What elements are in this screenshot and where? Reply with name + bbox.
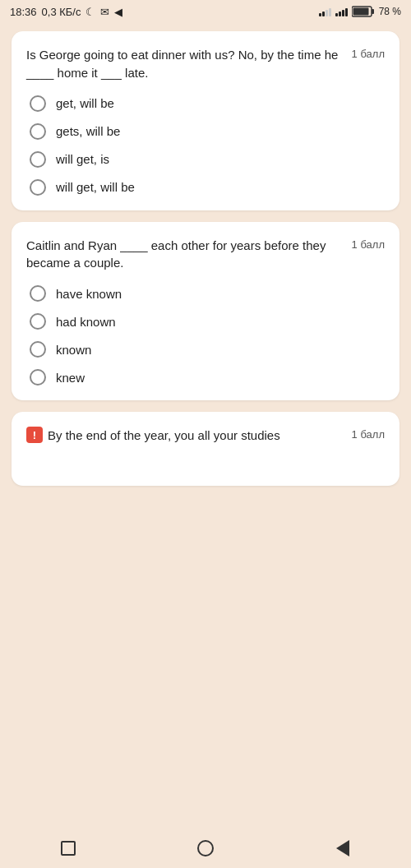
back-triangle-icon bbox=[336, 840, 349, 856]
moon-icon: ☾ bbox=[85, 6, 95, 18]
option-item-q1o1[interactable]: get, will be bbox=[30, 95, 385, 112]
radio-q2o4[interactable] bbox=[30, 369, 46, 386]
option-label-q2o3: known bbox=[56, 343, 91, 357]
radio-q1o2[interactable] bbox=[30, 123, 46, 140]
radio-q2o1[interactable] bbox=[30, 285, 46, 302]
flag-icon bbox=[26, 427, 43, 443]
radio-q2o2[interactable] bbox=[30, 313, 46, 330]
card-header-2: Caitlin and Ryan ____ each other for yea… bbox=[26, 237, 385, 273]
card-header-3: By the end of the year, you all your stu… bbox=[26, 427, 385, 445]
location-icon: ◀ bbox=[114, 6, 122, 18]
question-text-2: Caitlin and Ryan ____ each other for yea… bbox=[26, 237, 352, 273]
signal-bar bbox=[326, 10, 328, 16]
radio-q2o3[interactable] bbox=[30, 341, 46, 358]
radio-q1o4[interactable] bbox=[30, 179, 46, 196]
option-item-q2o2[interactable]: had known bbox=[30, 313, 385, 330]
message-icon: ✉ bbox=[100, 6, 109, 18]
question-card-2: Caitlin and Ryan ____ each other for yea… bbox=[12, 222, 399, 401]
option-label-q1o3: will get, is bbox=[56, 152, 109, 166]
signal-bar bbox=[322, 12, 325, 16]
option-item-q2o1[interactable]: have known bbox=[30, 285, 385, 302]
data-speed: 0,3 КБ/с bbox=[42, 6, 81, 18]
main-content: Is George going to eat dinner with us? N… bbox=[0, 23, 411, 494]
signal-bar bbox=[335, 13, 338, 16]
battery-icon bbox=[352, 6, 375, 17]
option-label-q1o1: get, will be bbox=[56, 96, 114, 110]
option-label-q1o4: will get, will be bbox=[56, 180, 135, 194]
circle-icon bbox=[197, 840, 214, 856]
time-display: 18:36 bbox=[10, 6, 37, 18]
svg-rect-1 bbox=[372, 9, 374, 14]
option-item-q1o4[interactable]: will get, will be bbox=[30, 179, 385, 196]
option-label-q2o1: have known bbox=[56, 287, 122, 301]
signal-bar bbox=[329, 8, 331, 16]
battery-percent: 78 % bbox=[379, 6, 401, 17]
nav-back-button[interactable] bbox=[331, 837, 354, 860]
score-badge-1: 1 балл bbox=[352, 48, 385, 60]
options-list-1: get, will be gets, will be will get, is … bbox=[26, 95, 385, 196]
signal-bars-2 bbox=[335, 7, 348, 16]
option-item-q1o3[interactable]: will get, is bbox=[30, 151, 385, 168]
card-header-1: Is George going to eat dinner with us? N… bbox=[26, 46, 385, 82]
square-icon bbox=[61, 841, 76, 856]
partial-card-inner: By the end of the year, you all your stu… bbox=[26, 427, 289, 445]
nav-circle-button[interactable] bbox=[194, 837, 217, 860]
options-list-2: have known had known known knew bbox=[26, 285, 385, 386]
option-label-q2o4: knew bbox=[56, 371, 85, 385]
status-right: 78 % bbox=[319, 6, 401, 17]
svg-rect-2 bbox=[353, 8, 368, 16]
question-card-3-partial: By the end of the year, you all your stu… bbox=[12, 412, 399, 486]
status-bar: 18:36 0,3 КБ/с ☾ ✉ ◀ 78 % bbox=[0, 0, 411, 23]
status-left: 18:36 0,3 КБ/с ☾ ✉ ◀ bbox=[10, 6, 122, 18]
question-text-3: By the end of the year, you all your stu… bbox=[48, 427, 289, 445]
option-item-q2o3[interactable]: known bbox=[30, 341, 385, 358]
question-card-1: Is George going to eat dinner with us? N… bbox=[12, 31, 399, 210]
option-item-q1o2[interactable]: gets, will be bbox=[30, 123, 385, 140]
score-badge-2: 1 балл bbox=[352, 238, 385, 251]
signal-bar bbox=[339, 12, 341, 16]
bottom-nav bbox=[0, 832, 411, 868]
signal-bar bbox=[345, 8, 348, 16]
option-label-q2o2: had known bbox=[56, 315, 116, 329]
radio-q1o3[interactable] bbox=[30, 151, 46, 168]
signal-bar bbox=[342, 10, 344, 16]
nav-square-button[interactable] bbox=[57, 837, 80, 860]
signal-bars-1 bbox=[319, 7, 331, 16]
option-label-q1o2: gets, will be bbox=[56, 124, 120, 138]
radio-q1o1[interactable] bbox=[30, 95, 46, 112]
signal-bar bbox=[319, 13, 321, 16]
option-item-q2o4[interactable]: knew bbox=[30, 369, 385, 386]
score-badge-3: 1 балл bbox=[352, 428, 385, 441]
question-text-1: Is George going to eat dinner with us? N… bbox=[26, 46, 352, 82]
